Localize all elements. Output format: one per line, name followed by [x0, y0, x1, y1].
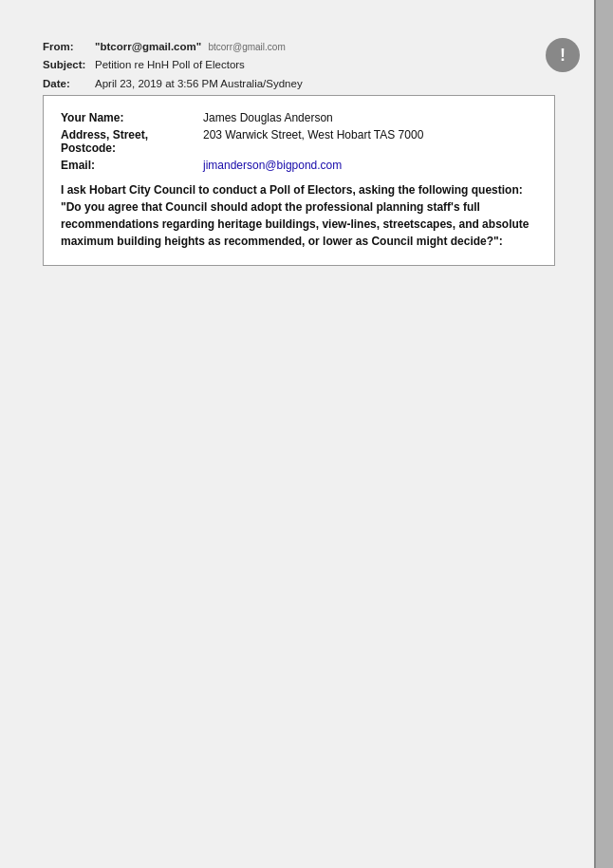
from-secondary: btcorr@gmail.com — [208, 42, 285, 52]
date-value: April 23, 2019 at 3:56 PM Australia/Sydn… — [95, 75, 303, 92]
subject-label: Subject: — [43, 56, 95, 73]
alert-badge: ! — [546, 38, 580, 72]
name-value: James Douglas Anderson — [203, 111, 537, 124]
email-value[interactable]: jimanderson@bigpond.com — [203, 159, 537, 172]
alert-symbol: ! — [560, 46, 566, 66]
address-label: Address, Street, Postcode: — [61, 128, 194, 155]
address-value: 203 Warwick Street, West Hobart TAS 7000 — [203, 128, 537, 155]
from-label: From: — [43, 38, 95, 55]
name-label: Your Name: — [61, 111, 194, 124]
email-label: Email: — [61, 159, 194, 172]
petition-text: I ask Hobart City Council to conduct a P… — [61, 181, 537, 250]
email-link[interactable]: jimanderson@bigpond.com — [203, 159, 342, 172]
subject-value: Petition re HnH Poll of Electors — [95, 56, 245, 73]
from-value: "btcorr@gmail.com" — [95, 41, 201, 52]
content-card: Your Name: James Douglas Anderson Addres… — [43, 95, 555, 266]
date-label: Date: — [43, 75, 95, 92]
